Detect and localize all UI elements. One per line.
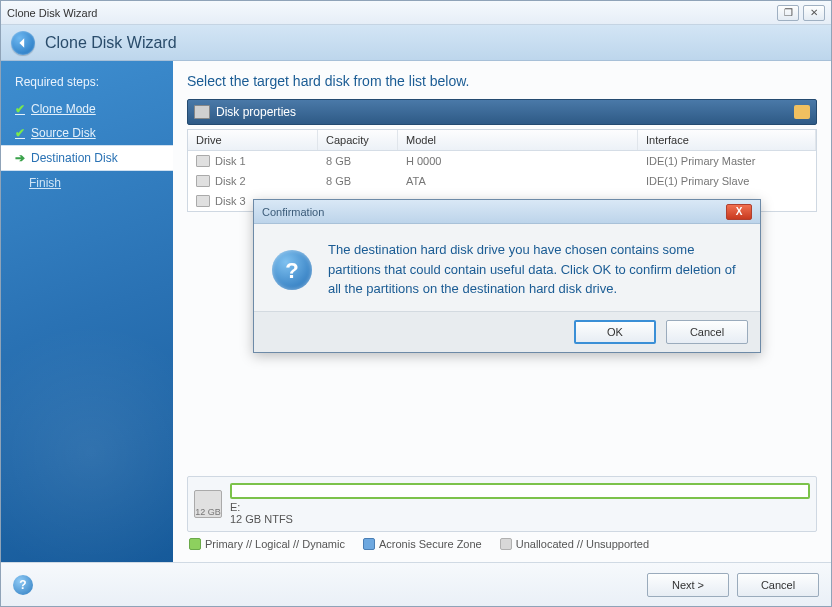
disk-icon bbox=[196, 155, 210, 167]
sidebar-header: Required steps: bbox=[1, 71, 173, 97]
step-label: Finish bbox=[29, 176, 61, 190]
dialog-cancel-button[interactable]: Cancel bbox=[666, 320, 748, 344]
footer: ? Next > Cancel bbox=[1, 562, 831, 606]
step-finish[interactable]: Finish bbox=[1, 171, 173, 195]
partition-detail: 12 GB NTFS bbox=[230, 513, 293, 525]
step-label: Clone Mode bbox=[31, 102, 96, 116]
table-row[interactable]: Disk 1 8 GB H 0000 IDE(1) Primary Master bbox=[188, 151, 816, 171]
confirmation-dialog: Confirmation X ? The destination hard di… bbox=[253, 199, 761, 353]
table-header: Drive Capacity Model Interface bbox=[188, 130, 816, 151]
col-drive[interactable]: Drive bbox=[188, 130, 318, 150]
close-button[interactable]: ✕ bbox=[803, 5, 825, 21]
disk-icon bbox=[196, 175, 210, 187]
legend: Primary // Logical // Dynamic Acronis Se… bbox=[187, 532, 817, 550]
next-button[interactable]: Next > bbox=[647, 573, 729, 597]
propsbar-label: Disk properties bbox=[216, 105, 296, 119]
table-row[interactable]: Disk 2 8 GB ATA IDE(1) Primary Slave bbox=[188, 171, 816, 191]
arrow-left-icon bbox=[17, 37, 29, 49]
legend-swatch-primary bbox=[189, 538, 201, 550]
disk-icon: 12 GB bbox=[194, 490, 222, 518]
dialog-titlebar: Confirmation X bbox=[254, 200, 760, 224]
disk-icon bbox=[196, 195, 210, 207]
dialog-message: The destination hard disk drive you have… bbox=[328, 240, 742, 299]
legend-swatch-secure bbox=[363, 538, 375, 550]
col-interface[interactable]: Interface bbox=[638, 130, 816, 150]
main-title: Select the target hard disk from the lis… bbox=[187, 73, 817, 89]
step-label: Destination Disk bbox=[31, 151, 118, 165]
partition-letter: E: bbox=[230, 501, 240, 513]
dialog-title: Confirmation bbox=[262, 206, 324, 218]
col-capacity[interactable]: Capacity bbox=[318, 130, 398, 150]
wizard-title: Clone Disk Wizard bbox=[45, 34, 177, 52]
disk-properties-bar[interactable]: Disk properties bbox=[187, 99, 817, 125]
step-source-disk[interactable]: ✔ Source Disk bbox=[1, 121, 173, 145]
cancel-button[interactable]: Cancel bbox=[737, 573, 819, 597]
back-button[interactable] bbox=[11, 31, 35, 55]
partition-map: 12 GB E: 12 GB NTFS bbox=[187, 476, 817, 532]
question-icon: ? bbox=[272, 250, 312, 290]
ok-button[interactable]: OK bbox=[574, 320, 656, 344]
restore-button[interactable]: ❐ bbox=[777, 5, 799, 21]
step-label: Source Disk bbox=[31, 126, 96, 140]
step-destination-disk[interactable]: ➔ Destination Disk bbox=[1, 145, 173, 171]
wizard-header: Clone Disk Wizard bbox=[1, 25, 831, 61]
columns-menu-icon[interactable] bbox=[794, 105, 810, 119]
window-title: Clone Disk Wizard bbox=[7, 7, 777, 19]
disk-icon bbox=[194, 105, 210, 119]
titlebar: Clone Disk Wizard ❐ ✕ bbox=[1, 1, 831, 25]
steps-sidebar: Required steps: ✔ Clone Mode ✔ Source Di… bbox=[1, 61, 173, 562]
check-icon: ✔ bbox=[15, 126, 25, 140]
dialog-close-button[interactable]: X bbox=[726, 204, 752, 220]
legend-swatch-unalloc bbox=[500, 538, 512, 550]
help-button[interactable]: ? bbox=[13, 575, 33, 595]
partition-bar[interactable] bbox=[230, 483, 810, 499]
col-model[interactable]: Model bbox=[398, 130, 638, 150]
arrow-right-icon: ➔ bbox=[15, 151, 25, 165]
check-icon: ✔ bbox=[15, 102, 25, 116]
step-clone-mode[interactable]: ✔ Clone Mode bbox=[1, 97, 173, 121]
app-window: Clone Disk Wizard ❐ ✕ Clone Disk Wizard … bbox=[0, 0, 832, 607]
